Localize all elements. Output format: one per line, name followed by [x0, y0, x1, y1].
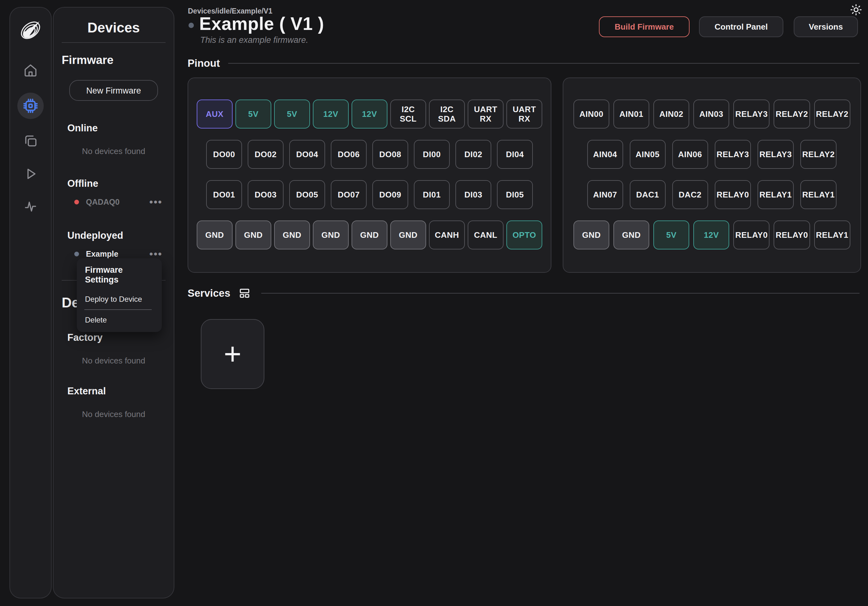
pin-di00[interactable]: DI00	[414, 140, 450, 169]
pin-gnd[interactable]: GND	[352, 221, 388, 249]
versions-button[interactable]: Versions	[794, 16, 858, 37]
menu-item-deploy-to-device[interactable]: Deploy to Device	[77, 291, 162, 308]
pinout-heading: Pinout	[188, 57, 220, 69]
pin-di01[interactable]: DI01	[414, 180, 450, 209]
pin-relay1[interactable]: RELAY1	[814, 221, 850, 249]
control-panel-button[interactable]: Control Panel	[699, 16, 783, 37]
status-dot	[189, 23, 194, 28]
icon-rail	[9, 7, 52, 598]
more-icon[interactable]: •••	[149, 251, 163, 257]
pin-ain03[interactable]: AIN03	[693, 99, 729, 129]
pin-gnd[interactable]: GND	[614, 221, 649, 249]
play-icon[interactable]	[22, 166, 39, 182]
pin-gnd[interactable]: GND	[313, 221, 349, 249]
online-empty-text: No devices found	[62, 147, 166, 155]
undeployed-status-dot	[74, 252, 79, 256]
pin-12v[interactable]: 12V	[313, 99, 349, 129]
plus-icon: +	[224, 339, 242, 369]
pin-relay0[interactable]: RELAY0	[733, 221, 769, 249]
services-section-header: Services	[188, 287, 860, 299]
pinout-rule	[228, 63, 860, 64]
pin-row: AIN04 AIN05 AIN06 RELAY3 RELAY3 RELAY2	[563, 140, 860, 169]
context-menu-divider	[84, 309, 152, 310]
pin-gnd[interactable]: GND	[574, 221, 609, 249]
pin-5v[interactable]: 5V	[274, 99, 310, 129]
pin-row: GND GND GND GND GND GND CANH CANL OPTO	[188, 221, 551, 249]
pin-dac2[interactable]: DAC2	[672, 180, 708, 209]
comet-orbit-logo	[16, 16, 45, 45]
pin-relay3[interactable]: RELAY3	[733, 99, 769, 129]
pin-gnd[interactable]: GND	[236, 221, 271, 249]
pin-12v[interactable]: 12V	[693, 221, 729, 249]
pin-gnd[interactable]: GND	[274, 221, 310, 249]
pin-relay0[interactable]: RELAY0	[715, 180, 751, 209]
pin-ain02[interactable]: AIN02	[653, 99, 689, 129]
page-title: Example ( V1 )	[199, 14, 324, 33]
pin-do08[interactable]: DO08	[372, 140, 408, 169]
pin-do06[interactable]: DO06	[331, 140, 367, 169]
pin-5v[interactable]: 5V	[653, 221, 689, 249]
pin-do03[interactable]: DO03	[248, 180, 284, 209]
pin-ain00[interactable]: AIN00	[574, 99, 609, 129]
pin-do07[interactable]: DO07	[331, 180, 367, 209]
pin-opto[interactable]: OPTO	[506, 221, 542, 249]
pin-ain07[interactable]: AIN07	[587, 180, 623, 209]
pin-i2c-sda[interactable]: I2C SDA	[429, 99, 465, 129]
pin-relay1[interactable]: RELAY1	[800, 180, 837, 209]
build-firmware-button[interactable]: Build Firmware	[599, 16, 690, 37]
home-icon[interactable]	[22, 62, 39, 79]
pinout-section-header: Pinout	[188, 57, 860, 69]
firmware-section-heading: Firmware	[62, 54, 166, 67]
pin-uart-rx[interactable]: UART RX	[506, 99, 542, 129]
pin-uart-rx[interactable]: UART RX	[468, 99, 504, 129]
pin-ain01[interactable]: AIN01	[614, 99, 649, 129]
pin-di03[interactable]: DI03	[456, 180, 491, 209]
pin-relay3[interactable]: RELAY3	[715, 140, 751, 169]
pin-do00[interactable]: DO00	[206, 140, 242, 169]
pin-do05[interactable]: DO05	[289, 180, 325, 209]
sidebar-divider	[62, 42, 166, 43]
add-service-card[interactable]: +	[201, 319, 264, 389]
pin-dac1[interactable]: DAC1	[630, 180, 666, 209]
device-row-example[interactable]: Example •••	[74, 249, 163, 259]
pin-relay1[interactable]: RELAY1	[758, 180, 794, 209]
pin-ain05[interactable]: AIN05	[630, 140, 666, 169]
pin-relay2[interactable]: RELAY2	[814, 99, 850, 129]
pin-do01[interactable]: DO01	[206, 180, 242, 209]
pin-relay0[interactable]: RELAY0	[773, 221, 810, 249]
pin-5v[interactable]: 5V	[236, 99, 271, 129]
pin-12v[interactable]: 12V	[352, 99, 388, 129]
more-icon[interactable]: •••	[149, 199, 163, 205]
pin-relay2[interactable]: RELAY2	[800, 140, 837, 169]
pin-relay2[interactable]: RELAY2	[773, 99, 810, 129]
pin-di04[interactable]: DI04	[497, 140, 533, 169]
activity-icon[interactable]	[22, 199, 39, 215]
layout-icon[interactable]	[239, 287, 251, 299]
pin-row: DO00 DO02 DO04 DO06 DO08 DI00 DI02 DI04	[188, 140, 551, 169]
new-firmware-button[interactable]: New Firmware	[69, 80, 158, 101]
context-menu-title: Firmware Settings	[77, 264, 162, 291]
pinout-board-left: AUX 5V 5V 12V 12V I2C SCL I2C SDA UART R…	[188, 78, 552, 273]
pin-row: DO01 DO03 DO05 DO07 DO09 DI01 DI03 DI05	[188, 180, 551, 209]
pin-do09[interactable]: DO09	[372, 180, 408, 209]
pin-ain06[interactable]: AIN06	[672, 140, 708, 169]
pin-relay3[interactable]: RELAY3	[758, 140, 794, 169]
chip-icon[interactable]	[17, 93, 44, 119]
pin-do04[interactable]: DO04	[289, 140, 325, 169]
pin-canh[interactable]: CANH	[429, 221, 465, 249]
sun-icon[interactable]	[849, 3, 863, 16]
factory-empty-text: No devices found	[62, 356, 166, 365]
pin-canl[interactable]: CANL	[468, 221, 504, 249]
pin-do02[interactable]: DO02	[248, 140, 284, 169]
device-row-qadaq0[interactable]: QADAQ0 •••	[74, 197, 163, 207]
pin-di02[interactable]: DI02	[456, 140, 491, 169]
pin-gnd[interactable]: GND	[390, 221, 426, 249]
copy-icon[interactable]	[22, 133, 39, 149]
pin-di05[interactable]: DI05	[497, 180, 533, 209]
menu-item-delete[interactable]: Delete	[77, 312, 162, 328]
pin-ain04[interactable]: AIN04	[587, 140, 623, 169]
page-subtitle: This is an example firmware.	[200, 35, 308, 45]
pin-gnd[interactable]: GND	[197, 221, 232, 249]
pin-aux[interactable]: AUX	[197, 99, 232, 129]
pin-i2c-scl[interactable]: I2C SCL	[390, 99, 426, 129]
